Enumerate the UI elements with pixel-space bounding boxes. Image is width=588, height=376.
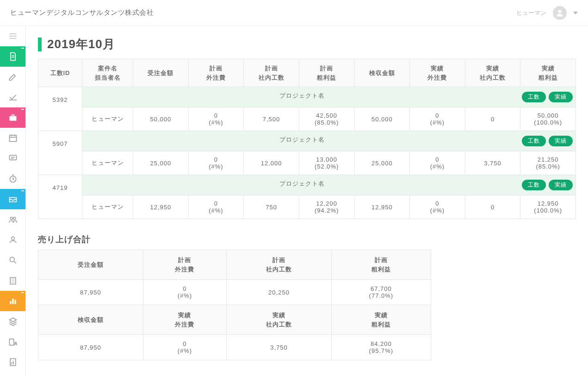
cell-act-in: 0 xyxy=(465,107,520,131)
company-name: ヒューマンデジタルコンサルタンツ株式会社 xyxy=(10,8,154,17)
person-name: ヒューマン xyxy=(82,151,133,175)
project-name-cell: プロジェクト名工数実績 xyxy=(82,131,576,151)
project-data-row: ヒューマン12,9500(#%)75012,200(94.2%)12,9500(… xyxy=(38,195,576,219)
cell-plan-out: 0(#%) xyxy=(188,195,244,219)
pill-actual[interactable]: 実績 xyxy=(549,92,573,102)
cell-plan-gp: 42,500(85.0%) xyxy=(299,107,354,131)
cell-order: 25,000 xyxy=(133,151,189,175)
nav-search[interactable] xyxy=(0,250,25,270)
nav-building[interactable] xyxy=(0,270,25,291)
page-title-wrap: 2019年10月 xyxy=(38,36,576,52)
project-id: 4719 xyxy=(38,175,82,219)
project-name-placeholder: プロジェクト名 xyxy=(279,92,325,99)
cell-act-out: 0(#%) xyxy=(410,151,465,175)
cell-plan-in: 7,500 xyxy=(244,107,299,131)
hamburger-button[interactable] xyxy=(0,26,25,46)
project-header-row: 5907プロジェクト名工数実績 xyxy=(38,131,576,151)
summary-table: 受注金額 計画外注費 計画社内工数 計画粗利益 87,950 0(#%) 20,… xyxy=(38,250,431,360)
col-plan-gp: 計画粗利益 xyxy=(299,59,354,87)
summary-title: 売り上げ合計 xyxy=(38,234,576,245)
avatar[interactable] xyxy=(553,6,567,20)
svg-point-18 xyxy=(15,342,16,344)
app-header: ヒューマンデジタルコンサルタンツ株式会社 ヒューマン xyxy=(0,0,588,26)
summary-row-plan: 87,950 0(#%) 20,250 67,700(77.0%) xyxy=(38,280,431,305)
svg-rect-4 xyxy=(9,100,17,100)
svg-rect-20 xyxy=(11,362,12,364)
cell-order: 50,000 xyxy=(133,107,189,131)
nav-timer[interactable] xyxy=(0,169,25,189)
summary-header-actual: 検収金額 実績外注費 実績社内工数 実績粗利益 xyxy=(38,305,431,335)
col-act-gp: 実績粗利益 xyxy=(520,59,576,87)
svg-rect-15 xyxy=(12,299,13,304)
svg-point-12 xyxy=(10,257,14,262)
projects-table: 工数ID 案件名担当者名 受注金額 計画外注費 計画社内工数 計画粗利益 検収金… xyxy=(38,59,576,219)
project-name-placeholder: プロジェクト名 xyxy=(279,180,325,187)
svg-rect-14 xyxy=(10,301,11,304)
svg-rect-1 xyxy=(9,33,16,34)
svg-point-10 xyxy=(13,217,15,219)
nav-check[interactable] xyxy=(0,87,25,107)
cell-act-gp: 21,250(85.0%) xyxy=(520,151,576,175)
cell-plan-out: 0(#%) xyxy=(188,151,244,175)
person-name: ヒューマン xyxy=(82,107,133,131)
title-accent-bar xyxy=(38,38,42,51)
svg-rect-7 xyxy=(9,155,16,160)
person-icon xyxy=(555,8,564,18)
cell-act-out: 0(#%) xyxy=(410,107,465,131)
nav-inbox[interactable] xyxy=(0,189,25,209)
svg-point-0 xyxy=(558,10,562,13)
col-act-out: 実績外注費 xyxy=(410,59,465,87)
pill-hours[interactable]: 工数 xyxy=(522,136,546,146)
project-id: 5392 xyxy=(38,87,82,131)
sidebar xyxy=(0,26,26,376)
page-title: 2019年10月 xyxy=(47,36,115,52)
svg-rect-2 xyxy=(9,36,16,37)
table-header-row: 工数ID 案件名担当者名 受注金額 計画外注費 計画社内工数 計画粗利益 検収金… xyxy=(38,59,576,87)
nav-report[interactable] xyxy=(0,352,25,372)
col-order: 受注金額 xyxy=(133,59,189,87)
nav-edit[interactable] xyxy=(0,67,25,87)
nav-user[interactable] xyxy=(0,230,25,250)
col-accept: 検収金額 xyxy=(354,59,410,87)
nav-layers[interactable] xyxy=(0,311,25,332)
chevron-down-icon[interactable] xyxy=(573,12,578,14)
summary-header-plan: 受注金額 計画外注費 計画社内工数 計画粗利益 xyxy=(38,250,431,280)
nav-briefcase[interactable] xyxy=(0,107,25,128)
svg-rect-5 xyxy=(9,116,16,121)
project-id: 5907 xyxy=(38,131,82,175)
col-act-in: 実績社内工数 xyxy=(465,59,520,87)
nav-people[interactable] xyxy=(0,209,25,230)
nav-calendar[interactable] xyxy=(0,128,25,148)
nav-building-user[interactable] xyxy=(0,332,25,352)
svg-rect-17 xyxy=(9,339,13,345)
nav-chart[interactable] xyxy=(0,291,25,311)
cell-act-in: 3,750 xyxy=(465,151,520,175)
cell-accept: 12,950 xyxy=(354,195,410,219)
svg-rect-6 xyxy=(9,135,16,141)
cell-act-gp: 12,950(100.0%) xyxy=(520,195,576,219)
person-name: ヒューマン xyxy=(82,195,133,219)
col-plan-out: 計画外注費 xyxy=(188,59,244,87)
svg-point-9 xyxy=(10,217,12,219)
pill-actual[interactable]: 実績 xyxy=(549,180,573,190)
cell-act-in: 0 xyxy=(465,195,520,219)
col-id: 工数ID xyxy=(38,59,82,87)
nav-comment[interactable] xyxy=(0,148,25,169)
nav-document[interactable] xyxy=(0,46,25,67)
cell-act-gp: 50,000(100.0%) xyxy=(520,107,576,131)
svg-rect-16 xyxy=(14,300,16,304)
pill-actual[interactable]: 実績 xyxy=(549,136,573,146)
cell-plan-gp: 13,000(52.0%) xyxy=(299,151,354,175)
svg-rect-21 xyxy=(13,361,14,365)
cell-accept: 50,000 xyxy=(354,107,410,131)
pill-hours[interactable]: 工数 xyxy=(522,180,546,190)
svg-rect-3 xyxy=(9,38,16,39)
col-plan-in: 計画社内工数 xyxy=(244,59,299,87)
project-header-row: 4719プロジェクト名工数実績 xyxy=(38,175,576,195)
pill-hours[interactable]: 工数 xyxy=(522,92,546,102)
project-data-row: ヒューマン50,0000(#%)7,50042,500(85.0%)50,000… xyxy=(38,107,576,131)
summary-row-actual: 87,950 0(#%) 3,750 84,200(95.7%) xyxy=(38,335,431,360)
svg-point-11 xyxy=(11,237,14,240)
cell-order: 12,950 xyxy=(133,195,189,219)
cell-plan-in: 750 xyxy=(244,195,299,219)
